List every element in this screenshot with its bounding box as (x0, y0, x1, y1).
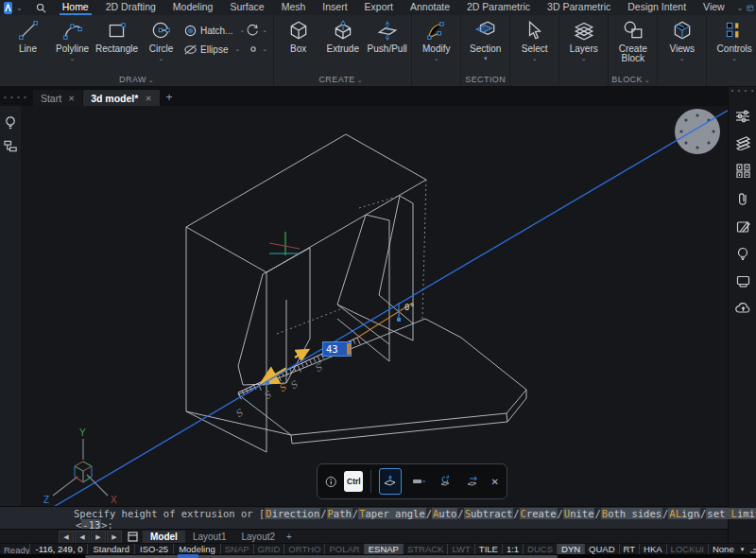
create-group-label[interactable]: CREATE⌄ (276, 74, 409, 86)
new-tab-button[interactable]: + (166, 91, 173, 104)
layout-tab[interactable]: Model (143, 531, 185, 544)
layout-tab[interactable]: Layout2 (233, 531, 283, 544)
select-dropdown-icon[interactable]: ⌄ (532, 55, 538, 61)
add-layout-button[interactable]: + (286, 532, 292, 542)
ribbon-collapse-icon[interactable]: ⌄ (737, 4, 744, 12)
menu-item[interactable]: Annotate (402, 0, 458, 15)
prev-layout-button[interactable]: ◀ (75, 531, 90, 544)
hatch-dropdown-icon[interactable]: ⌄ (239, 26, 245, 34)
controls-dropdown-icon[interactable]: ⌄ (731, 55, 737, 61)
first-layout-button[interactable]: ◀ (59, 531, 74, 544)
materials-icon[interactable] (736, 219, 750, 234)
extrude-mode-subtract-button[interactable] (435, 469, 455, 494)
command-keyword-chip[interactable]: Subtract (464, 508, 514, 519)
views-dropdown-icon[interactable]: ⌄ (679, 55, 685, 61)
next-layout-button[interactable]: ▶ (91, 531, 106, 544)
logo-dropdown-icon[interactable]: ⌄ (16, 4, 23, 12)
command-keyword-chip[interactable]: Taper angle (358, 508, 426, 519)
controls-button[interactable]: Controls ⌄ (709, 15, 756, 61)
layers-stack-icon[interactable] (735, 136, 751, 150)
block-group-label[interactable]: BLOCK⌄ (610, 74, 655, 86)
modify-button[interactable]: Modify ⌄ (414, 15, 458, 61)
command-keyword-chip[interactable]: Unite (563, 508, 595, 519)
hatch-button[interactable]: Hatch... ⌄ (183, 21, 247, 40)
command-keyword-chip[interactable]: Auto (432, 508, 457, 519)
properties-sliders-icon[interactable] (735, 110, 750, 123)
interface-settings-icon[interactable] (747, 3, 754, 13)
command-keyword-chip[interactable]: Both sides (601, 508, 662, 519)
line-button[interactable]: Line (6, 15, 50, 54)
layers-dropdown-icon[interactable]: ⌄ (581, 55, 587, 61)
attachments-paperclip-icon[interactable] (737, 191, 748, 206)
command-history-expand-icon[interactable]: ▴ (696, 511, 701, 519)
select-button[interactable]: Select ⌄ (512, 15, 557, 61)
command-keyword-chip[interactable]: Path (327, 508, 352, 519)
menu-item[interactable]: 3D Parametric (539, 0, 619, 15)
layout-tab[interactable]: Layout1 (185, 531, 234, 544)
grip-point[interactable] (397, 318, 401, 322)
revision-cloud-button[interactable]: ⌄ (247, 21, 271, 40)
viewport-canvas[interactable]: 0° S S S S S Y X Z (21, 106, 728, 506)
section-dropdown-icon[interactable]: ▾ (484, 55, 488, 61)
draw-group-label[interactable]: DRAW⌄ (6, 74, 271, 86)
selection-filter-dropdown-icon[interactable]: ▾ (741, 546, 745, 553)
tab-3d-model[interactable]: 3d model* ✕ (83, 90, 159, 106)
views-button[interactable]: Views ⌄ (660, 15, 704, 61)
menu-item[interactable]: 2D Drafting (97, 0, 164, 15)
command-line[interactable]: Specify height of extrusion or [Directio… (0, 506, 728, 530)
section-button[interactable]: Section ▾ (463, 15, 507, 61)
search-icon[interactable] (36, 3, 46, 13)
resize-grip[interactable] (750, 545, 756, 553)
components-grid-icon[interactable] (736, 164, 750, 178)
polyline-dropdown-icon[interactable]: ⌄ (70, 55, 76, 61)
create-block-button[interactable]: Create Block (610, 15, 655, 63)
menu-item[interactable]: Design Intent (619, 0, 695, 15)
panel-grip-dots[interactable]: • • • • (731, 87, 755, 96)
layers-button[interactable]: Layers ⌄ (561, 15, 606, 61)
menu-item[interactable]: 2D Parametric (458, 0, 539, 15)
polyline-button[interactable]: Polyline ⌄ (50, 15, 94, 61)
render-light-icon[interactable] (736, 247, 749, 262)
info-icon[interactable] (325, 475, 336, 489)
menu-item[interactable]: Mesh (273, 0, 315, 15)
point-button[interactable]: ⌄ (247, 40, 271, 59)
lightbulb-icon[interactable] (4, 115, 17, 131)
ellipse-dropdown-icon[interactable]: ⌄ (234, 45, 240, 53)
tab-start[interactable]: Start ✕ (33, 90, 82, 106)
view-compass[interactable] (675, 109, 720, 154)
menu-item[interactable]: Export (356, 0, 402, 15)
arc-dropdown-icon[interactable]: ⌄ (262, 26, 267, 34)
structure-tree-icon[interactable] (4, 140, 18, 153)
ellipse-button[interactable]: Ellipse ⌄ (183, 40, 247, 59)
extrude-button[interactable]: Extrude (320, 15, 365, 54)
extrude-mode-create-button[interactable] (379, 468, 402, 495)
menu-item[interactable]: Insert (314, 0, 355, 15)
extrude-direction-arrow-2[interactable] (295, 350, 308, 357)
box-button[interactable]: Box (276, 15, 320, 54)
command-keyword-chip[interactable]: set Limit (706, 508, 756, 519)
cloud-upload-icon[interactable] (735, 302, 751, 314)
close-icon[interactable]: ✕ (145, 94, 151, 103)
menu-item[interactable]: Modeling (164, 0, 222, 15)
point-dropdown-icon[interactable]: ⌄ (262, 45, 267, 53)
extrude-mode-unite-button[interactable] (462, 469, 483, 494)
command-keyword-chip[interactable]: Create (520, 508, 558, 519)
layout-list-icon[interactable] (128, 532, 138, 542)
pushpull-button[interactable]: Push/Pull (365, 15, 409, 54)
circle-button[interactable]: Circle ⌄ (139, 15, 183, 61)
command-keyword-chip[interactable]: Direction (265, 508, 320, 519)
dynamic-input-field[interactable]: 43 (322, 341, 352, 357)
circle-dropdown-icon[interactable]: ⌄ (159, 55, 164, 61)
close-icon[interactable]: ✕ (68, 94, 75, 103)
menu-item[interactable]: View (695, 0, 733, 15)
app-logo-icon[interactable] (4, 2, 12, 14)
menu-item[interactable]: Home (54, 0, 97, 15)
command-keyword-chip[interactable]: ALign (668, 508, 700, 519)
tabbar-grip-dots[interactable]: • • • • (4, 93, 27, 101)
display-panel-icon[interactable] (736, 275, 750, 288)
close-icon[interactable]: ✕ (491, 477, 499, 487)
rectangle-button[interactable]: Rectangle (94, 15, 139, 54)
extrude-mode-solid-button[interactable] (408, 469, 429, 494)
section-group-label[interactable]: SECTION (463, 74, 507, 86)
menu-item[interactable]: Surface (221, 0, 272, 15)
